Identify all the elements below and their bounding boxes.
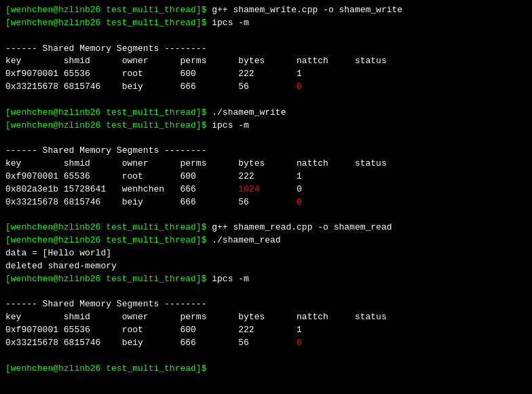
terminal-line [5, 350, 527, 363]
terminal: [wenhchen@hzlinb26 test_multi_thread]$ g… [0, 0, 532, 394]
terminal-line: key shmid owner perms bytes nattch statu… [5, 158, 527, 171]
terminal-line: deleted shared-memory [5, 260, 527, 273]
terminal-line [5, 286, 527, 299]
terminal-line: 0xf9070001 65536 root 600 222 1 [5, 171, 527, 183]
terminal-line: 0x33215678 6815746 beiy 666 56 0 [5, 196, 527, 209]
terminal-line: [wenhchen@hzlinb26 test_multi_thread]$ [5, 363, 527, 376]
terminal-line: 0x33215678 6815746 beiy 666 56 0 [5, 337, 527, 350]
terminal-line: ------ Shared Memory Segments -------- [5, 298, 527, 311]
terminal-line: 0x33215678 6815746 beiy 666 56 0 [5, 81, 527, 94]
terminal-line: key shmid owner perms bytes nattch statu… [5, 55, 527, 68]
terminal-line [5, 30, 527, 43]
terminal-line: 0x802a3e1b 15728641 wenhchen 666 1024 0 [5, 183, 527, 196]
terminal-line [5, 94, 527, 107]
terminal-line: [wenhchen@hzlinb26 test_multi_thread]$ g… [5, 221, 527, 234]
terminal-line [5, 209, 527, 222]
terminal-line: [wenhchen@hzlinb26 test_multi_thread]$ g… [5, 4, 527, 17]
terminal-line: [wenhchen@hzlinb26 test_multi_thread]$ i… [5, 17, 527, 30]
terminal-line: ------ Shared Memory Segments -------- [5, 145, 527, 158]
terminal-line: [wenhchen@hzlinb26 test_multi_thread]$ i… [5, 120, 527, 132]
terminal-line: [wenhchen@hzlinb26 test_multi_thread]$ .… [5, 107, 527, 120]
terminal-line [5, 132, 527, 145]
terminal-line: [wenhchen@hzlinb26 test_multi_thread]$ .… [5, 234, 527, 247]
terminal-line: key shmid owner perms bytes nattch statu… [5, 311, 527, 324]
terminal-line: 0xf9070001 65536 root 600 222 1 [5, 324, 527, 337]
terminal-content: [wenhchen@hzlinb26 test_multi_thread]$ g… [5, 4, 527, 375]
terminal-line: ------ Shared Memory Segments -------- [5, 43, 527, 56]
terminal-line: [wenhchen@hzlinb26 test_multi_thread]$ i… [5, 273, 527, 286]
terminal-line: data = [Hello world] [5, 247, 527, 260]
terminal-line: 0xf9070001 65536 root 600 222 1 [5, 68, 527, 81]
